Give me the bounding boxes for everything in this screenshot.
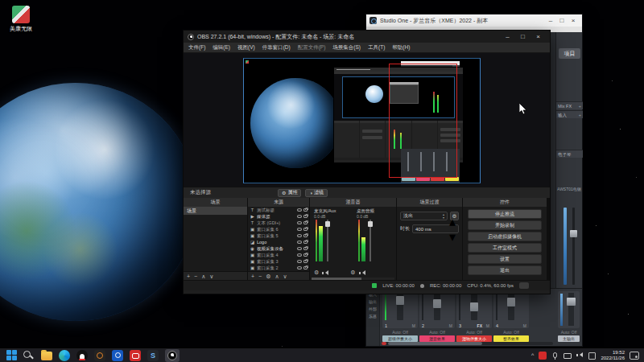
search-button[interactable] xyxy=(23,350,35,361)
so-master-fader-handle[interactable] xyxy=(570,230,577,237)
so-track-name-tag[interactable]: 超级伴奏大小 xyxy=(382,335,418,342)
so-fx-label[interactable]: FX xyxy=(477,323,482,328)
so-auto-label[interactable]: Auto: Off xyxy=(558,330,580,335)
start-button[interactable] xyxy=(6,350,17,360)
visibility-eye-icon[interactable] xyxy=(297,234,302,237)
so-side-label[interactable]: 乐器 xyxy=(366,314,379,319)
source-up-button[interactable]: ∧ xyxy=(275,274,279,279)
menu-scene-collection[interactable]: 场景集合(S) xyxy=(332,44,361,51)
visibility-eye-icon[interactable] xyxy=(297,208,302,212)
so-channel-strip-2[interactable]: 2 M xyxy=(419,291,455,328)
so-input-row[interactable]: 输入 + xyxy=(556,110,583,118)
obs-taskbar-button-active[interactable] xyxy=(165,349,180,362)
menu-docks[interactable]: 停靠窗口(D) xyxy=(262,44,291,51)
obs-close-button[interactable]: × xyxy=(530,31,546,43)
source-down-button[interactable]: ∨ xyxy=(283,274,287,279)
so-channel-strip-3[interactable]: 3 FX M xyxy=(456,291,492,328)
lock-icon[interactable] xyxy=(303,234,308,237)
scene-up-button[interactable]: ∧ xyxy=(201,274,205,279)
edge-browser-button[interactable] xyxy=(59,350,70,361)
visibility-eye-icon[interactable] xyxy=(297,247,302,250)
stop-streaming-button[interactable]: 停止推流 xyxy=(468,209,542,219)
obs-maximize-button[interactable]: □ xyxy=(515,31,530,43)
scene-list-item[interactable]: 场景 xyxy=(184,207,247,215)
so-automation-icon[interactable]: M xyxy=(449,323,452,328)
visibility-eye-icon[interactable] xyxy=(297,253,302,257)
transitions-dock-header[interactable]: 场景过渡 xyxy=(397,198,462,207)
so-auto-label[interactable]: Auto: Off xyxy=(493,330,529,335)
desktop-shortcut[interactable]: 美康无限 xyxy=(6,6,35,33)
source-list-item[interactable]: ▣窗口采集 4 xyxy=(248,252,309,258)
tray-input-indicator-icon[interactable] xyxy=(588,352,596,360)
source-list-item[interactable]: ▶媒体源 xyxy=(248,213,309,220)
so-auto-label[interactable]: Auto: Off xyxy=(382,330,418,335)
gear-icon[interactable]: ⚙ xyxy=(314,269,319,276)
so-mixer-hscrollbar[interactable] xyxy=(382,342,553,345)
obs-preview-canvas[interactable] xyxy=(243,58,481,183)
tray-display-icon[interactable] xyxy=(564,353,572,359)
blue-app-button[interactable] xyxy=(112,350,123,361)
so-instrument-row[interactable]: 电子琴 xyxy=(556,150,583,158)
so-add-icon[interactable]: + xyxy=(579,111,581,118)
so-maximize-button[interactable]: □ xyxy=(556,14,568,27)
so-fader-handle[interactable] xyxy=(396,296,404,305)
menu-file[interactable]: 文件(F) xyxy=(188,44,205,51)
so-auto-label[interactable]: Auto: Off xyxy=(419,330,455,335)
so-fader-handle[interactable] xyxy=(507,298,515,306)
source-list-item[interactable]: ▣窗口采集 6 xyxy=(248,226,309,232)
so-fader-handle[interactable] xyxy=(470,302,478,311)
so-automation-icon[interactable]: M xyxy=(486,323,489,328)
lock-icon[interactable] xyxy=(303,215,308,218)
properties-button[interactable]: ⚙ 属性 xyxy=(278,189,301,197)
source-list-item[interactable]: ▣窗口采集 5 xyxy=(248,232,309,239)
so-channel-strip-4[interactable]: 4 M xyxy=(493,291,529,328)
lock-icon[interactable] xyxy=(303,241,308,244)
tray-red-app-icon[interactable] xyxy=(539,352,547,360)
source-list-item[interactable]: T测试标题 xyxy=(248,207,309,213)
visibility-eye-icon[interactable] xyxy=(297,260,302,263)
studio-mode-button[interactable]: 工作室模式 xyxy=(468,243,542,253)
lock-icon[interactable] xyxy=(303,260,308,263)
scenes-dock-header[interactable]: 场景 xyxy=(184,198,247,207)
so-auto-label[interactable]: Auto: Off xyxy=(456,330,492,335)
exit-button[interactable]: 退出 xyxy=(468,265,542,275)
duration-spinbox[interactable]: 400 ms ▴▾ xyxy=(412,224,459,233)
source-list-item[interactable]: T文本 (GDI+) xyxy=(248,220,309,226)
remove-source-button[interactable]: − xyxy=(258,274,262,279)
gear-icon[interactable]: ⚙ xyxy=(350,269,355,276)
scenes-list[interactable]: 场景 xyxy=(184,207,247,271)
so-track-name-tag[interactable]: 混音效果 xyxy=(419,335,455,342)
so-channel-strip-1[interactable]: 1 M xyxy=(382,291,418,328)
so-track-name-tag[interactable]: 整齐效果 xyxy=(493,335,529,342)
mic-volume-handle[interactable] xyxy=(325,221,330,227)
source-list-item[interactable]: ◉视频采集设备 xyxy=(248,245,309,252)
so-add-icon[interactable]: + xyxy=(579,102,581,109)
menu-tools[interactable]: 工具(T) xyxy=(368,44,385,51)
lock-icon[interactable] xyxy=(303,253,308,257)
so-side-label[interactable]: 输出 xyxy=(366,299,379,304)
qq-button[interactable] xyxy=(76,350,88,361)
remove-scene-button[interactable]: − xyxy=(194,274,197,279)
visibility-eye-icon[interactable] xyxy=(297,215,302,218)
so-automation-icon[interactable]: M xyxy=(412,323,415,328)
add-scene-button[interactable]: + xyxy=(187,274,190,279)
mixer-dock-header[interactable]: 混音器 xyxy=(310,198,396,207)
notification-center-icon[interactable] xyxy=(630,352,639,360)
so-master-strip[interactable] xyxy=(558,291,580,328)
visibility-eye-icon[interactable] xyxy=(297,266,302,269)
menu-help[interactable]: 帮助(H) xyxy=(392,44,410,51)
so-master-fader-track[interactable] xyxy=(572,208,575,285)
desktop-volume-handle[interactable] xyxy=(368,221,373,227)
studio-one-taskbar-button[interactable]: S xyxy=(147,350,159,361)
lock-icon[interactable] xyxy=(303,208,308,212)
lock-icon[interactable] xyxy=(303,247,308,250)
so-project-tab[interactable]: 项目 xyxy=(559,48,580,59)
lock-icon[interactable] xyxy=(303,228,308,231)
controls-dock-header[interactable]: 控件 xyxy=(463,198,547,207)
scene-down-button[interactable]: ∨ xyxy=(209,274,213,279)
so-mixfx-row[interactable]: Mix FX + xyxy=(556,101,583,109)
menu-edit[interactable]: 编辑(E) xyxy=(213,44,230,51)
so-scroll-thumb[interactable] xyxy=(388,342,482,345)
red-app-button[interactable] xyxy=(130,350,141,361)
filters-button[interactable]: ◑ 滤镜 xyxy=(305,189,328,197)
